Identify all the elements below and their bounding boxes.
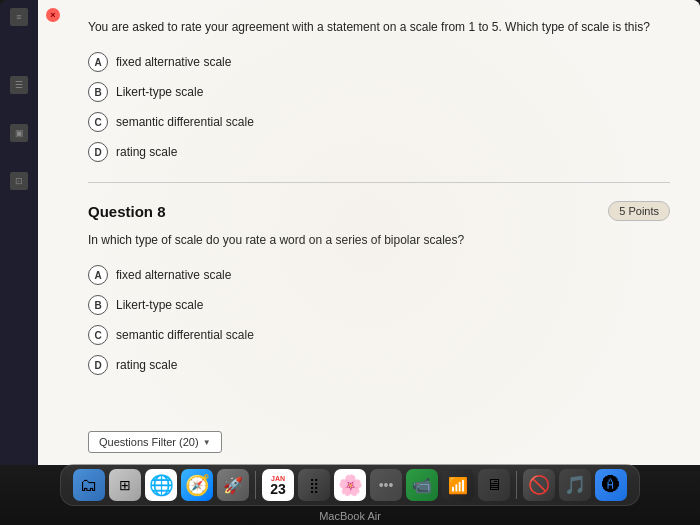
q8-option-circle-b: B [88, 295, 108, 315]
q8-option-label-a: fixed alternative scale [116, 268, 231, 282]
dropdown-arrow-icon: ▼ [203, 438, 211, 447]
dock-icon-calendar[interactable]: JAN 23 [262, 469, 294, 501]
q8-option-circle-d: D [88, 355, 108, 375]
option-circle-b: B [88, 82, 108, 102]
left-sidebar-strip: ≡ ☰ ▣ ⊡ [0, 0, 38, 465]
question8-header: Question 8 5 Points [88, 201, 670, 221]
quiz-content: You are asked to rate your agreement wit… [38, 0, 700, 425]
dock-icon-appstore[interactable]: 🅐 [595, 469, 627, 501]
dock-area: 🗂 ⊞ 🌐 🧭 🚀 JAN 23 ⣿ 🌸 ••• 📹 📶 🖥 🚫 🎵 [0, 465, 700, 525]
q8-option-circle-c: C [88, 325, 108, 345]
dock-icon-safari[interactable]: 🧭 [181, 469, 213, 501]
dock-icon-chrome[interactable]: 🌐 [145, 469, 177, 501]
main-content-area: × You are asked to rate your agreement w… [38, 0, 700, 465]
close-button[interactable]: × [46, 8, 60, 22]
dock: 🗂 ⊞ 🌐 🧭 🚀 JAN 23 ⣿ 🌸 ••• 📹 📶 🖥 🚫 🎵 [60, 464, 640, 506]
question7-options: A fixed alternative scale B Likert-type … [88, 52, 670, 162]
question8-option-b[interactable]: B Likert-type scale [88, 295, 670, 315]
dock-icon-signal-bars[interactable]: 📶 [442, 469, 474, 501]
q8-option-circle-a: A [88, 265, 108, 285]
sidebar-icon-3: ▣ [10, 124, 28, 142]
question8-options: A fixed alternative scale B Likert-type … [88, 265, 670, 375]
dock-separator [255, 471, 256, 499]
question7-option-b[interactable]: B Likert-type scale [88, 82, 670, 102]
question7-option-d[interactable]: D rating scale [88, 142, 670, 162]
option-circle-d: D [88, 142, 108, 162]
dock-icon-more[interactable]: ••• [370, 469, 402, 501]
window-controls: × [46, 8, 60, 22]
option-circle-a: A [88, 52, 108, 72]
filter-label: Questions Filter (20) [99, 436, 199, 448]
question7-section: You are asked to rate your agreement wit… [88, 18, 670, 162]
sidebar-icon-1: ≡ [10, 8, 28, 26]
question8-option-c[interactable]: C semantic differential scale [88, 325, 670, 345]
q8-option-label-b: Likert-type scale [116, 298, 203, 312]
sidebar-icon-2: ☰ [10, 76, 28, 94]
option-label-d: rating scale [116, 145, 177, 159]
dock-separator-2 [516, 471, 517, 499]
dock-icon-screen[interactable]: 🖥 [478, 469, 510, 501]
dock-icon-music[interactable]: 🎵 [559, 469, 591, 501]
dock-icon-rocket[interactable]: 🚀 [217, 469, 249, 501]
dock-icon-launchpad[interactable]: ⊞ [109, 469, 141, 501]
dock-icon-grid-apps[interactable]: ⣿ [298, 469, 330, 501]
dock-icon-photos[interactable]: 🌸 [334, 469, 366, 501]
question8-option-a[interactable]: A fixed alternative scale [88, 265, 670, 285]
q8-option-label-d: rating scale [116, 358, 177, 372]
screen-bezel: ≡ ☰ ▣ ⊡ × You are asked to rate your agr… [0, 0, 700, 465]
questions-filter-button[interactable]: Questions Filter (20) ▼ [88, 431, 222, 453]
question8-section: Question 8 5 Points In which type of sca… [88, 201, 670, 375]
question8-text: In which type of scale do you rate a wor… [88, 231, 670, 249]
option-label-c: semantic differential scale [116, 115, 254, 129]
quiz-window: × You are asked to rate your agreement w… [38, 0, 700, 465]
section-divider [88, 182, 670, 183]
q8-option-label-c: semantic differential scale [116, 328, 254, 342]
dock-icon-blocked[interactable]: 🚫 [523, 469, 555, 501]
dock-icon-finder[interactable]: 🗂 [73, 469, 105, 501]
option-label-a: fixed alternative scale [116, 55, 231, 69]
dock-icon-facetime[interactable]: 📹 [406, 469, 438, 501]
points-badge: 5 Points [608, 201, 670, 221]
option-label-b: Likert-type scale [116, 85, 203, 99]
question7-option-a[interactable]: A fixed alternative scale [88, 52, 670, 72]
question8-option-d[interactable]: D rating scale [88, 355, 670, 375]
macbook-label: MacBook Air [319, 510, 381, 525]
sidebar-icon-4: ⊡ [10, 172, 28, 190]
question8-title: Question 8 [88, 203, 166, 220]
option-circle-c: C [88, 112, 108, 132]
question7-option-c[interactable]: C semantic differential scale [88, 112, 670, 132]
filter-area: Questions Filter (20) ▼ [88, 431, 222, 453]
question7-text: You are asked to rate your agreement wit… [88, 18, 670, 36]
